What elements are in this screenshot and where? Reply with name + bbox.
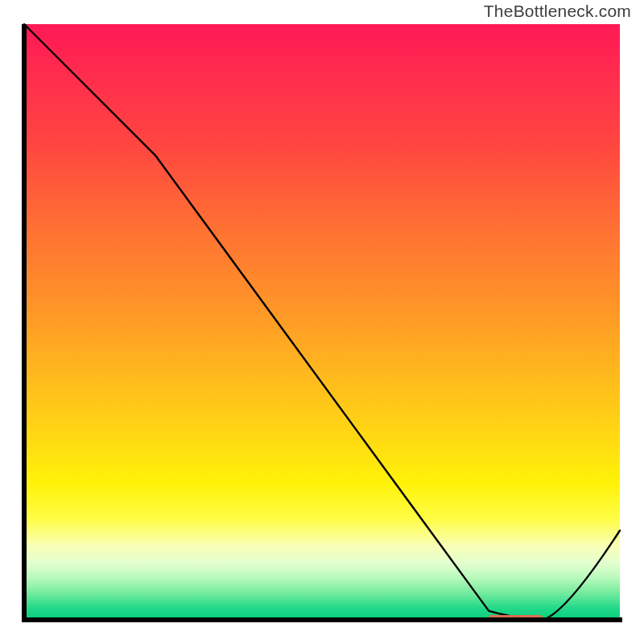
- bottleneck-curve: [24, 24, 620, 620]
- attribution-text: TheBottleneck.com: [484, 2, 631, 21]
- chart-plot-area: [24, 24, 620, 620]
- optimal-range-marker: [489, 615, 543, 620]
